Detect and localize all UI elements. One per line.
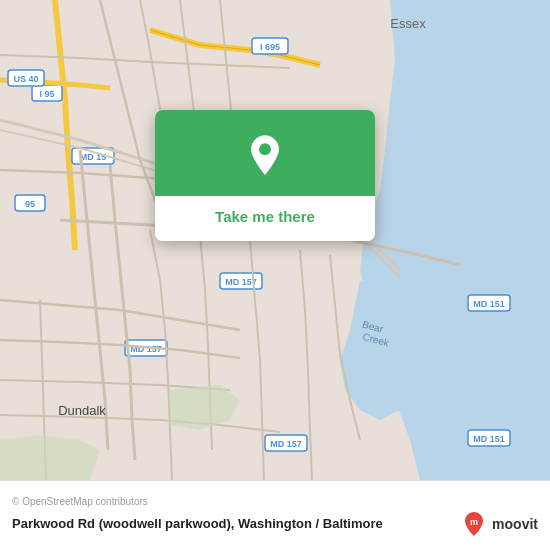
popup-white-section: Take me there — [155, 196, 375, 241]
svg-text:Essex: Essex — [390, 16, 426, 31]
take-me-there-button[interactable]: Take me there — [215, 206, 315, 227]
svg-text:95: 95 — [25, 199, 35, 209]
map-container[interactable]: I 695 I 95 95 US 40 MD 151 MD 151 MD 157… — [0, 0, 550, 480]
svg-text:MD 157: MD 157 — [225, 277, 257, 287]
bottom-info-row: Parkwood Rd (woodwell parkwood), Washing… — [12, 510, 538, 538]
popup-card: Take me there — [155, 110, 375, 241]
svg-text:I 695: I 695 — [260, 42, 280, 52]
svg-text:MD 151: MD 151 — [473, 299, 505, 309]
bottom-bar: © OpenStreetMap contributors Parkwood Rd… — [0, 480, 550, 550]
svg-text:MD 157: MD 157 — [270, 439, 302, 449]
location-title: Parkwood Rd (woodwell parkwood), Washing… — [12, 516, 460, 531]
location-pin-icon — [243, 134, 287, 178]
svg-text:US 40: US 40 — [13, 74, 38, 84]
svg-text:MD 15: MD 15 — [80, 152, 107, 162]
svg-text:I 95: I 95 — [39, 89, 54, 99]
svg-point-25 — [259, 143, 271, 155]
moovit-text: moovit — [492, 516, 538, 532]
moovit-logo: m moovit — [460, 510, 538, 538]
svg-text:m: m — [470, 517, 478, 527]
copyright-text: © OpenStreetMap contributors — [12, 496, 538, 507]
svg-text:MD 151: MD 151 — [473, 434, 505, 444]
svg-text:Dundalk: Dundalk — [58, 403, 106, 418]
popup-green-section — [155, 110, 375, 196]
moovit-icon: m — [460, 510, 488, 538]
